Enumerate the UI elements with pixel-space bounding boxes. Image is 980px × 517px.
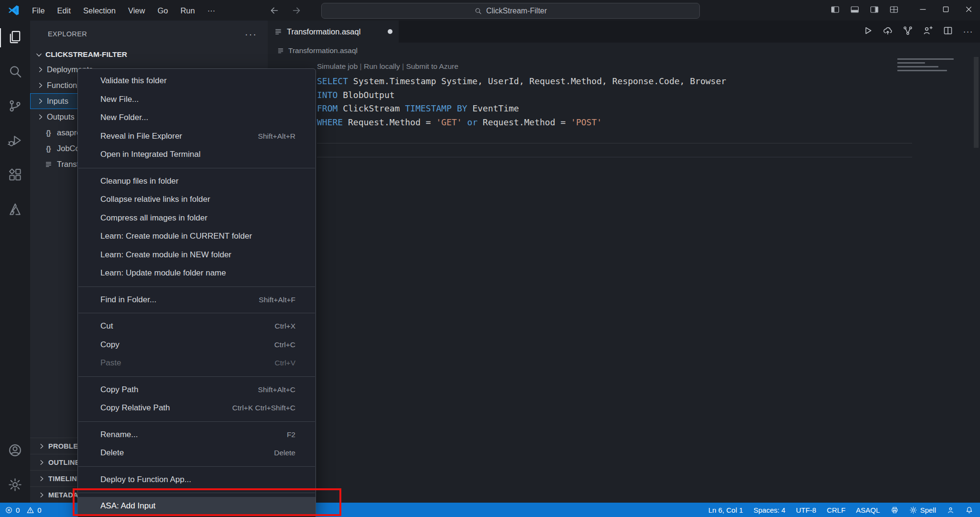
maximize-button[interactable] <box>934 0 957 21</box>
status-bell[interactable] <box>965 506 973 514</box>
split-editor-button[interactable] <box>940 23 956 40</box>
status-person[interactable] <box>947 506 955 514</box>
tree-root-folder[interactable]: CLICKSTREAM-FILTER <box>30 47 268 62</box>
code-line-4[interactable]: WHERE Request.Method = 'GET' or Request.… <box>317 116 980 130</box>
context-menu-item-find-in-folder[interactable]: Find in Folder...Shift+Alt+F <box>78 291 316 309</box>
menu-item-label: Copy Relative Path <box>100 403 232 413</box>
tab-transformation-asaql[interactable]: Transformation.asaql <box>268 21 399 43</box>
menu-more[interactable]: ··· <box>201 3 221 18</box>
code-editor[interactable]: Simulate job | Run locally | Submit to A… <box>268 58 980 157</box>
context-menu-item-reveal-in-file-explorer[interactable]: Reveal in File ExplorerShift+Alt+R <box>78 127 316 146</box>
cloud-upload-button[interactable] <box>880 23 896 40</box>
codelens-simulate-job[interactable]: Simulate job <box>317 60 358 74</box>
split-editor-icon <box>943 25 953 38</box>
code-line-5[interactable] <box>317 129 980 143</box>
activity-files-button[interactable] <box>0 21 30 55</box>
run-button[interactable] <box>860 23 876 40</box>
activity-run-debug-button[interactable] <box>0 124 30 158</box>
menu-file[interactable]: File <box>26 3 51 18</box>
context-menu-item-new-folder[interactable]: New Folder... <box>78 109 316 127</box>
context-menu-item-copy[interactable]: CopyCtrl+C <box>78 336 316 354</box>
minimap-line <box>897 58 954 60</box>
menu-item-label: Reveal in File Explorer <box>100 132 258 141</box>
context-menu-item-cleanup-files-in-folder[interactable]: Cleanup files in folder <box>78 172 316 191</box>
context-menu-item-deploy-to-function-app[interactable]: Deploy to Function App... <box>78 471 316 489</box>
feedback-button[interactable] <box>920 23 936 40</box>
context-menu-item-copy-path[interactable]: Copy PathShift+Alt+C <box>78 381 316 399</box>
context-menu-item-learn-update-module-folder-name[interactable]: Learn: Update module folder name <box>78 264 316 283</box>
status-utf-8[interactable]: UTF-8 <box>796 506 817 514</box>
context-menu-item-cut[interactable]: CutCtrl+X <box>78 317 316 336</box>
context-menu-item-compress-all-images-in-folder[interactable]: Compress all images in folder <box>78 209 316 228</box>
menu-item-shortcut: Ctrl+K Ctrl+Shift+C <box>232 404 295 412</box>
context-menu-item-learn-create-module-in-new-folder[interactable]: Learn: Create module in NEW folder <box>78 246 316 264</box>
back-icon[interactable] <box>269 5 280 16</box>
activity-search-button[interactable] <box>0 55 30 89</box>
activity-azure-button[interactable] <box>0 193 30 227</box>
command-center-search[interactable]: ClickStream-Filter <box>321 3 700 19</box>
status-spaces-4[interactable]: Spaces: 4 <box>753 506 785 514</box>
root-folder-label: CLICKSTREAM-FILTER <box>45 50 127 59</box>
code-line-2[interactable]: INTO BlobOutput <box>317 88 980 102</box>
codelens-run-locally[interactable]: Run locally <box>364 60 400 74</box>
layout-sidebar-right-button[interactable] <box>864 0 884 21</box>
context-menu-item-learn-create-module-in-current-folder[interactable]: Learn: Create module in CURRENT folder <box>78 227 316 246</box>
code-line-1[interactable]: SELECT System.Timestamp Systime, UserId,… <box>317 75 980 88</box>
codelens-submit-to-azure[interactable]: Submit to Azure <box>406 60 458 74</box>
code-line-3[interactable]: FROM ClickStream TIMESTAMP BY EventTime <box>317 102 980 116</box>
modified-dot-icon[interactable] <box>388 29 392 34</box>
layout-panel-button[interactable] <box>845 0 864 21</box>
menu-run[interactable]: Run <box>174 3 201 18</box>
minimize-button[interactable] <box>911 0 934 21</box>
activity-source-control-button[interactable] <box>0 89 30 124</box>
context-menu-item-new-file[interactable]: New File... <box>78 90 316 109</box>
status-item-label: Spaces: 4 <box>753 506 785 514</box>
context-menu-item-collapse-relative-links-in-folder[interactable]: Collapse relative links in folder <box>78 190 316 209</box>
context-menu-item-asa-add-input[interactable]: ASA: Add Input <box>78 497 316 516</box>
chevron-right-icon <box>38 491 45 499</box>
menu-item-label: Cut <box>100 321 275 331</box>
menu-separator <box>78 421 315 422</box>
status-item-label: UTF-8 <box>796 506 817 514</box>
menu-separator <box>78 466 315 467</box>
menu-item-label: Rename... <box>100 430 287 440</box>
minimap-line <box>897 66 938 67</box>
context-menu-item-delete[interactable]: DeleteDelete <box>78 444 316 462</box>
status-printer[interactable] <box>891 506 899 514</box>
status-ln-6-col-1[interactable]: Ln 6, Col 1 <box>708 506 743 514</box>
menu-go[interactable]: Go <box>151 3 174 18</box>
forward-icon[interactable] <box>291 5 302 16</box>
context-menu-item-copy-relative-path[interactable]: Copy Relative PathCtrl+K Ctrl+Shift+C <box>78 399 316 418</box>
json-braces-icon: {} <box>44 145 53 153</box>
activity-settings-button[interactable] <box>0 468 30 503</box>
more-actions-icon[interactable]: ··· <box>245 29 257 40</box>
status-asaql[interactable]: ASAQL <box>856 506 880 514</box>
context-menu-item-open-in-integrated-terminal[interactable]: Open in Integrated Terminal <box>78 145 316 164</box>
breadcrumb[interactable]: Transformation.asaql <box>268 43 980 58</box>
hierarchy-button[interactable] <box>900 23 916 40</box>
layout-sidebar-button[interactable] <box>825 0 845 21</box>
bell-icon <box>965 506 973 514</box>
search-icon <box>8 64 22 81</box>
activity-account-button[interactable] <box>0 434 30 468</box>
menu-item-shortcut: Delete <box>274 449 295 457</box>
menu-item-label: Compress all images in folder <box>100 213 295 223</box>
status-spell[interactable]: Spell <box>909 506 936 514</box>
context-menu-item-paste[interactable]: PasteCtrl+V <box>78 354 316 373</box>
status-crlf[interactable]: CRLF <box>827 506 845 514</box>
context-menu-item-rename[interactable]: Rename...F2 <box>78 426 316 444</box>
menu-edit[interactable]: Edit <box>51 3 77 18</box>
activity-extensions-button[interactable] <box>0 158 30 193</box>
problems-status[interactable]: 0 0 <box>0 506 42 514</box>
more-button[interactable]: ··· <box>960 23 976 40</box>
code-line-6[interactable] <box>317 143 912 158</box>
printer-icon <box>891 506 899 514</box>
scrollbar-thumb[interactable] <box>974 57 979 148</box>
minimap[interactable] <box>897 58 958 71</box>
close-button[interactable] <box>957 0 980 21</box>
menu-view[interactable]: View <box>122 3 151 18</box>
menu-item-label: Learn: Update module folder name <box>100 268 295 278</box>
context-menu-item-validate-this-folder[interactable]: Validate this folder <box>78 72 316 90</box>
layout-grid-button[interactable] <box>884 0 904 21</box>
menu-selection[interactable]: Selection <box>77 3 122 18</box>
